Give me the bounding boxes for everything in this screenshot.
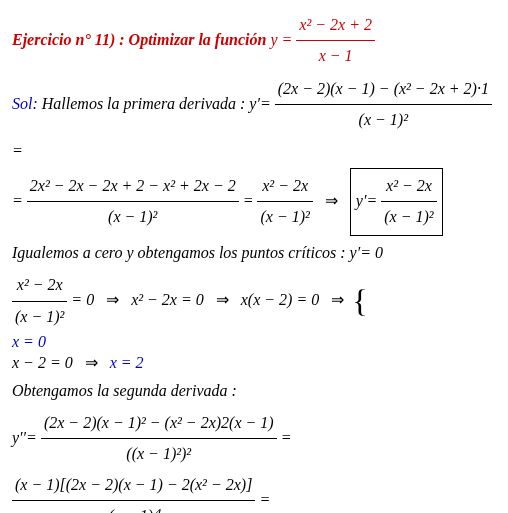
solution-line-4: x² − 2x (x − 1)² = 0 ⇒ x² − 2x = 0 ⇒ x(x… (12, 270, 496, 373)
sol-label: Sol: (12, 94, 38, 111)
solution-line-5: Obtengamos la segunda derivada : (12, 376, 496, 406)
line1-text: Hallemos la primera derivada : (42, 94, 246, 111)
frac-1: (2x − 2)(x − 1) − (x² − 2x + 2)·1 (x − 1… (275, 74, 492, 136)
eq-lhs: y = (270, 31, 292, 48)
frac-6b: (x − 1)[(2x − 2)(x − 1) − 2(x² − 2x)] (x… (12, 470, 255, 513)
cases: x = 0 x − 2 = 0 ⇒ x = 2 (12, 332, 144, 374)
solution-line-2: = 2x² − 2x − 2x + 2 − x² + 2x − 2 (x − 1… (12, 168, 496, 236)
frac-2a: 2x² − 2x − 2x + 2 − x² + 2x − 2 (x − 1)² (27, 171, 239, 233)
frac-6a: (2x − 2)(x − 1)² − (x² − 2x)2(x − 1) ((x… (41, 408, 277, 470)
title-fraction: x² − 2x + 2 x − 1 (296, 10, 375, 72)
title-label: Ejercicio n° 11) (12, 31, 115, 48)
frac-4: x² − 2x (x − 1)² (12, 270, 67, 332)
frac-2b: x² − 2x (x − 1)² (257, 171, 312, 233)
solution-line-3: Igualemos a cero y obtengamos los puntos… (12, 238, 496, 268)
exercise-title: Ejercicio n° 11) : Optimizar la función … (12, 10, 496, 72)
brace-icon: { (352, 271, 367, 332)
yp: y′= (249, 94, 270, 111)
solution-line-6: y′′= (2x − 2)(x − 1)² − (x² − 2x)2(x − 1… (12, 408, 496, 513)
boxed-result-1: y′= x² − 2x (x − 1)² (350, 168, 443, 236)
title-text: : Optimizar la función (119, 31, 266, 48)
solution-line-1: Sol: Hallemos la primera derivada : y′= … (12, 74, 496, 166)
